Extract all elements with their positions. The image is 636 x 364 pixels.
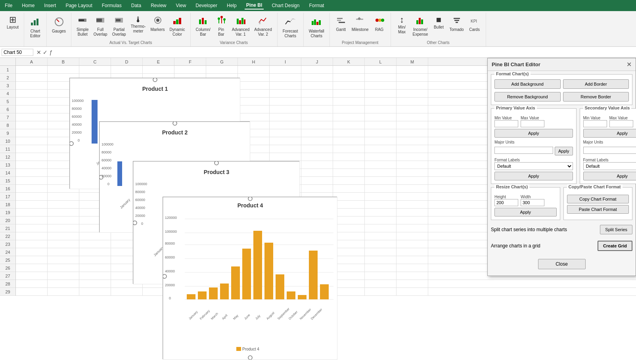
tornado-btn[interactable]: Tornado xyxy=(447,14,466,33)
primary-apply-btn-1[interactable]: Apply xyxy=(494,129,573,138)
cell-26-12[interactable] xyxy=(397,264,428,272)
row-header-4[interactable]: 4 xyxy=(0,90,15,98)
cell-17-12[interactable] xyxy=(397,193,428,200)
menu-review[interactable]: Review xyxy=(149,2,168,9)
add-background-btn[interactable]: Add Background xyxy=(494,79,561,89)
row-header-2[interactable]: 2 xyxy=(0,74,15,82)
cell-11-12[interactable] xyxy=(397,145,428,153)
row-header-13[interactable]: 13 xyxy=(0,161,15,169)
cell-1-5[interactable] xyxy=(174,66,206,73)
cell-13-12[interactable] xyxy=(397,161,428,169)
row-header-24[interactable]: 24 xyxy=(0,248,15,256)
cell-8-12[interactable] xyxy=(397,121,428,129)
cell-1-4[interactable] xyxy=(143,66,174,73)
cell-14-12[interactable] xyxy=(397,169,428,176)
cell-12-12[interactable] xyxy=(397,153,428,161)
row-header-9[interactable]: 9 xyxy=(0,129,15,137)
formula-input[interactable] xyxy=(54,50,636,55)
function-icon[interactable]: ƒ xyxy=(49,49,52,56)
cell-6-12[interactable] xyxy=(397,105,428,113)
primary-apply-btn-2[interactable]: Apply xyxy=(555,147,573,155)
row-header-27[interactable]: 27 xyxy=(0,272,15,280)
col-B[interactable]: B xyxy=(48,58,79,65)
row-header-12[interactable]: 12 xyxy=(0,153,15,161)
cell-22-12[interactable] xyxy=(397,232,428,240)
row-header-18[interactable]: 18 xyxy=(0,201,15,209)
min-max-btn[interactable]: ↕ Min/Max xyxy=(394,14,410,36)
primary-min-input[interactable] xyxy=(494,120,518,127)
menu-file[interactable]: File xyxy=(3,2,14,9)
gantt-btn[interactable]: Gantt xyxy=(333,14,349,33)
cell-19-12[interactable] xyxy=(397,209,428,216)
col-D[interactable]: D xyxy=(111,58,143,65)
cell-1-11[interactable] xyxy=(365,66,397,73)
cell-1-2[interactable] xyxy=(79,66,111,73)
secondary-apply-btn-1[interactable]: Apply xyxy=(583,129,636,138)
bullet-btn[interactable]: ■ Bullet xyxy=(431,14,446,31)
menu-chart-design[interactable]: Chart Design xyxy=(270,2,301,9)
cell-9-12[interactable] xyxy=(397,129,428,137)
cell-1-12[interactable] xyxy=(397,66,428,73)
height-input[interactable]: 200 xyxy=(494,199,518,206)
col-G[interactable]: G xyxy=(206,58,238,65)
menu-home[interactable]: Home xyxy=(20,2,36,9)
cell-1-8[interactable] xyxy=(270,66,301,73)
menu-page-layout[interactable]: Page Layout xyxy=(64,2,94,9)
row-header-7[interactable]: 7 xyxy=(0,113,15,121)
row-header-16[interactable]: 16 xyxy=(0,185,15,193)
layout-btn[interactable]: ⊞ Layout xyxy=(5,14,21,31)
thermometer-btn[interactable]: 🌡 Thermo-meter xyxy=(129,14,148,35)
remove-background-btn[interactable]: Remove Background xyxy=(494,92,561,102)
col-C[interactable]: C xyxy=(79,58,111,65)
menu-help[interactable]: Help xyxy=(225,2,238,9)
menu-pine-bi[interactable]: Pine BI xyxy=(245,2,264,10)
col-F[interactable]: F xyxy=(174,58,206,65)
row-header-26[interactable]: 26 xyxy=(0,264,15,272)
col-E[interactable]: E xyxy=(143,58,174,65)
row-header-22[interactable]: 22 xyxy=(0,232,15,240)
cancel-icon[interactable]: ✕ xyxy=(36,49,41,56)
row-header-6[interactable]: 6 xyxy=(0,105,15,113)
cell-10-12[interactable] xyxy=(397,137,428,145)
remove-border-btn[interactable]: Remove Border xyxy=(563,92,629,102)
col-H[interactable]: H xyxy=(238,58,270,65)
width-input[interactable]: 300 xyxy=(521,199,544,206)
row-header-3[interactable]: 3 xyxy=(0,82,15,90)
secondary-major-units-input[interactable] xyxy=(583,147,636,154)
col-L[interactable]: L xyxy=(365,58,397,65)
cell-21-12[interactable] xyxy=(397,224,428,232)
cell-28-12[interactable] xyxy=(397,280,428,287)
cell-3-12[interactable] xyxy=(397,82,428,89)
primary-format-labels-select[interactable]: Default xyxy=(494,162,573,170)
confirm-icon[interactable]: ✓ xyxy=(43,49,48,56)
add-border-btn[interactable]: Add Border xyxy=(563,79,629,89)
chart-editor-btn[interactable]: ChartEditor xyxy=(27,14,43,40)
create-grid-btn[interactable]: Create Grid xyxy=(598,241,632,251)
col-K[interactable]: K xyxy=(333,58,365,65)
advanced-var1-btn[interactable]: AdvancedVar. 1 xyxy=(230,14,251,38)
menu-formulas[interactable]: Formulas xyxy=(100,2,123,9)
col-J[interactable]: J xyxy=(301,58,333,65)
row-header-17[interactable]: 17 xyxy=(0,193,15,201)
row-header-19[interactable]: 19 xyxy=(0,209,15,216)
simple-bullet-btn[interactable]: SimpleBullet xyxy=(75,14,91,38)
gauges-btn[interactable]: Gauges xyxy=(50,14,68,35)
cell-27-12[interactable] xyxy=(397,272,428,280)
copy-chart-format-btn[interactable]: Copy Chart Format xyxy=(567,195,629,203)
cell-1-10[interactable] xyxy=(333,66,365,73)
chart4[interactable]: Product 4 120000 100000 80000 60000 4000… xyxy=(163,197,337,359)
row-header-5[interactable]: 5 xyxy=(0,98,15,105)
forecast-btn[interactable]: ForecastCharts xyxy=(281,14,300,40)
secondary-format-labels-select[interactable]: Default xyxy=(583,162,636,170)
cards-btn[interactable]: KPI Cards xyxy=(467,14,483,33)
cell-25-12[interactable] xyxy=(397,256,428,264)
income-expense-btn[interactable]: Income/Expense xyxy=(411,14,430,38)
cell-15-12[interactable] xyxy=(397,177,428,184)
cell-16-12[interactable] xyxy=(397,185,428,192)
primary-apply-btn-3[interactable]: Apply xyxy=(494,172,573,180)
col-M[interactable]: M xyxy=(397,58,428,65)
menu-insert[interactable]: Insert xyxy=(42,2,57,9)
row-header-1[interactable]: 1 xyxy=(0,66,15,74)
cell-1-7[interactable] xyxy=(238,66,270,73)
row-header-21[interactable]: 21 xyxy=(0,224,15,232)
